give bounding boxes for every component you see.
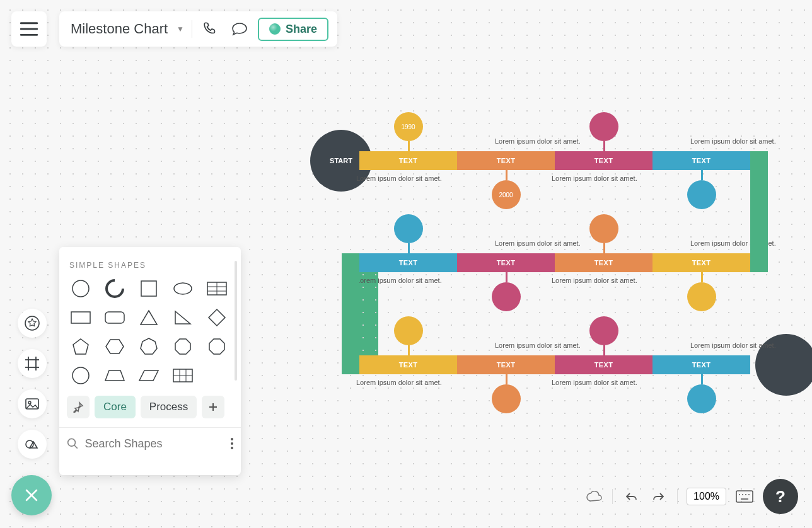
shape-grid[interactable] xyxy=(169,364,197,387)
pin-icon xyxy=(72,401,84,413)
share-button[interactable]: Share xyxy=(258,18,328,41)
help-button[interactable]: ? xyxy=(763,479,798,514)
title-bar: Milestone Chart ▼ Share xyxy=(59,11,337,47)
pin-tab[interactable] xyxy=(67,396,90,418)
milestone-timeline[interactable]: STARTTEXT1990Lorem ipsum dolor sit amet.… xyxy=(309,117,763,401)
milestone-bubble[interactable] xyxy=(394,316,423,345)
shape-square[interactable] xyxy=(135,277,163,300)
timeline-segment[interactable]: TEXT xyxy=(359,151,457,170)
milestone-bubble[interactable]: 1990 xyxy=(394,112,423,141)
timeline-segment[interactable]: TEXT xyxy=(652,355,750,374)
close-icon xyxy=(23,487,40,503)
shape-circle[interactable] xyxy=(67,277,95,300)
footer-divider xyxy=(612,489,613,504)
milestone-annotation: Lorem ipsum dolor sit amet. xyxy=(495,137,581,145)
tab-process[interactable]: Process xyxy=(141,396,197,418)
timeline-segment[interactable]: TEXT xyxy=(359,253,457,272)
milestone-bubble[interactable] xyxy=(589,214,618,243)
shape-diamond[interactable] xyxy=(203,306,231,329)
milestone-annotation: Lorem ipsum dolor sit amet. xyxy=(495,239,581,247)
main-menu-button[interactable] xyxy=(11,11,47,47)
connector-left xyxy=(342,253,359,374)
undo-button[interactable] xyxy=(622,487,641,506)
keyboard-button[interactable] xyxy=(735,487,754,506)
timeline-segment[interactable]: TEXT xyxy=(652,253,750,272)
milestone-bubble[interactable] xyxy=(492,282,521,311)
shape-decagon[interactable] xyxy=(67,364,95,387)
shape-hexagon[interactable] xyxy=(101,335,129,358)
timeline-segment[interactable]: TEXT xyxy=(555,151,652,170)
shape-rect[interactable] xyxy=(67,306,95,329)
shapes-scrollbar[interactable] xyxy=(235,261,237,381)
cloud-status[interactable] xyxy=(584,487,603,506)
image-icon xyxy=(24,396,40,412)
milestone-annotation: Lorem ipsum dolor sit amet. xyxy=(552,277,637,284)
shapes-panel: SIMPLE SHAPES Core Process xyxy=(59,247,241,475)
milestone-bubble[interactable] xyxy=(687,180,716,209)
timeline-segment[interactable]: TEXT xyxy=(457,355,555,374)
timeline-segment[interactable]: TEXT xyxy=(555,253,652,272)
milestone-bubble[interactable] xyxy=(687,282,716,311)
shape-octagon1[interactable] xyxy=(169,335,197,358)
share-label: Share xyxy=(286,23,317,36)
shape-right-triangle[interactable] xyxy=(169,306,197,329)
add-tab[interactable] xyxy=(202,396,224,418)
shapes-tool[interactable] xyxy=(18,430,47,459)
milestone-bubble[interactable] xyxy=(589,112,618,141)
call-button[interactable] xyxy=(200,18,221,40)
close-panel-button[interactable] xyxy=(11,475,52,515)
timeline-segment[interactable]: TEXT xyxy=(555,355,652,374)
favorites-tool[interactable] xyxy=(18,309,47,338)
frame-tool[interactable] xyxy=(18,349,47,378)
milestone-annotation: Lorem ipsum dolor sit amet. xyxy=(690,341,776,349)
redo-button[interactable] xyxy=(649,487,668,506)
shape-heptagon[interactable] xyxy=(135,335,163,358)
document-title[interactable]: Milestone Chart xyxy=(71,21,168,37)
zoom-level[interactable]: 100% xyxy=(687,488,726,505)
shape-parallelogram[interactable] xyxy=(135,364,163,387)
timeline-segment[interactable]: TEXT xyxy=(359,355,457,374)
chat-button[interactable] xyxy=(229,18,250,40)
search-icon xyxy=(67,437,78,451)
milestone-bubble[interactable] xyxy=(492,384,521,413)
timeline-segment[interactable]: TEXT xyxy=(457,253,555,272)
footer-controls: 100% ? xyxy=(584,479,798,514)
timeline-segment[interactable]: TEXT xyxy=(457,151,555,170)
connector-right xyxy=(750,151,768,272)
undo-icon xyxy=(625,491,637,502)
cloud-icon xyxy=(586,491,602,502)
timeline-segment[interactable]: TEXT xyxy=(652,151,750,170)
phone-icon xyxy=(202,21,219,37)
shape-ellipse[interactable] xyxy=(169,277,197,300)
globe-icon xyxy=(269,23,281,35)
shapes-search-input[interactable] xyxy=(84,437,224,451)
shape-round-rect[interactable] xyxy=(101,306,129,329)
footer-divider xyxy=(677,489,678,504)
svg-rect-20 xyxy=(71,312,90,323)
image-tool[interactable] xyxy=(18,389,47,418)
left-rail xyxy=(18,309,47,459)
frame-icon xyxy=(24,355,40,372)
help-label: ? xyxy=(775,487,786,507)
milestone-bubble[interactable] xyxy=(589,316,618,345)
shape-trapezoid[interactable] xyxy=(101,364,129,387)
svg-point-29 xyxy=(68,439,76,446)
milestone-bubble[interactable] xyxy=(394,214,423,243)
shapes-more-button[interactable] xyxy=(231,438,233,449)
title-dropdown-icon[interactable]: ▼ xyxy=(177,25,184,33)
shape-triangle[interactable] xyxy=(135,306,163,329)
svg-point-9 xyxy=(28,401,31,404)
tab-core[interactable]: Core xyxy=(95,396,136,418)
shape-donut[interactable] xyxy=(101,277,129,300)
svg-line-30 xyxy=(74,445,78,449)
hamburger-icon xyxy=(20,21,38,37)
milestone-annotation: Lorem ipsum dolor sit amet. xyxy=(356,277,442,284)
milestone-bubble[interactable]: 2000 xyxy=(492,180,521,209)
milestone-bubble[interactable] xyxy=(687,384,716,413)
svg-rect-31 xyxy=(736,491,753,502)
shape-table[interactable] xyxy=(203,277,231,300)
milestone-annotation: Lorem ipsum dolor sit amet. xyxy=(356,379,442,386)
svg-point-13 xyxy=(72,280,89,297)
shape-pentagon[interactable] xyxy=(67,335,95,358)
shape-octagon2[interactable] xyxy=(203,335,231,358)
